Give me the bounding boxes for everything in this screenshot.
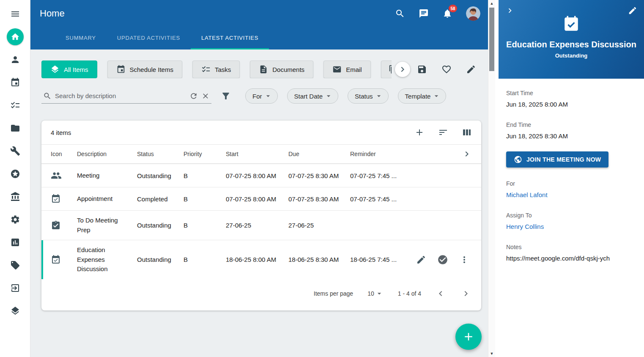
start-date-filter-dropdown[interactable]: Start Date — [287, 88, 339, 104]
tasks-label: Tasks — [215, 66, 231, 73]
toolbar: All Items Schedule Items Tasks Documents… — [41, 60, 481, 78]
favorite-button[interactable] — [441, 64, 452, 74]
scroll-down-arrow[interactable]: ▼ — [488, 350, 495, 357]
edit-view-button[interactable] — [466, 64, 476, 74]
documents-button[interactable]: Documents — [250, 60, 313, 78]
column-header-description[interactable]: Description — [77, 151, 137, 157]
home-icon — [7, 28, 24, 45]
save-view-button[interactable] — [417, 64, 427, 74]
chevron-down-icon — [324, 92, 333, 100]
search-button[interactable] — [395, 8, 405, 19]
cell-description: Appointment — [77, 194, 137, 204]
edit-record-button[interactable] — [628, 6, 637, 15]
sort-button[interactable] — [438, 127, 448, 137]
email-button[interactable]: Email — [323, 60, 371, 78]
sidebar-item-documents[interactable] — [5, 117, 25, 140]
previous-page-button[interactable] — [436, 288, 446, 299]
funnel-icon — [221, 91, 231, 101]
cell-start: 07-07-25 8:00 AM — [226, 172, 288, 179]
tasks-button[interactable]: Tasks — [192, 60, 240, 78]
filter-button[interactable] — [221, 91, 231, 101]
for-value-link[interactable]: Michael Lafont — [506, 191, 636, 198]
sidebar-item-tasks[interactable] — [5, 94, 25, 117]
column-header-priority[interactable]: Priority — [184, 151, 226, 157]
assign-to-label: Assign To — [506, 212, 636, 219]
toolbar-scroll-right-button[interactable] — [395, 62, 410, 77]
chevron-left-icon — [436, 288, 446, 299]
page-title: Home — [40, 8, 65, 19]
items-per-page-label: Items per page — [314, 290, 353, 297]
user-avatar[interactable] — [466, 6, 480, 21]
mark-complete-button[interactable] — [437, 254, 448, 265]
layers-icon — [10, 306, 20, 316]
table-row[interactable]: Appointment Completed B 07-07-25 8:00 AM… — [41, 187, 481, 210]
sidebar-item-logout[interactable] — [5, 277, 25, 299]
calendar-check-icon — [505, 15, 637, 33]
tab-updated-activities[interactable]: UPDATED ACTIVITIES — [107, 27, 191, 49]
cell-priority: B — [184, 256, 226, 263]
refresh-icon[interactable] — [189, 92, 198, 100]
collapse-panel-button[interactable] — [505, 6, 515, 15]
scroll-up-arrow[interactable]: ▲ — [488, 0, 495, 7]
chat-button[interactable] — [419, 8, 429, 19]
sidebar-item-home[interactable] — [5, 25, 25, 48]
items-per-page-select[interactable]: 10 — [367, 289, 384, 298]
gear-icon — [10, 214, 20, 225]
schedule-items-label: Schedule Items — [130, 66, 173, 73]
for-filter-dropdown[interactable]: For — [245, 88, 278, 104]
all-items-button[interactable]: All Items — [41, 60, 97, 78]
create-new-fab[interactable] — [455, 324, 482, 350]
pagination: Items per page 10 1 - 4 of 4 — [41, 279, 481, 310]
kebab-icon — [459, 255, 469, 265]
sidebar-item-settings[interactable] — [5, 208, 25, 231]
copy-items-button[interactable] — [381, 60, 392, 78]
edit-row-button[interactable] — [416, 255, 426, 265]
sidebar-item-contacts[interactable] — [5, 48, 25, 71]
sidebar-item-calendar[interactable] — [5, 71, 25, 94]
calendar-check-icon — [51, 255, 77, 265]
tab-summary[interactable]: SUMMARY — [55, 27, 107, 49]
sidebar-item-reports[interactable] — [5, 231, 25, 254]
search-input[interactable] — [55, 92, 186, 99]
cell-priority: B — [184, 172, 226, 179]
add-item-button[interactable] — [414, 127, 425, 137]
sidebar-item-accounts[interactable] — [5, 185, 25, 208]
chevron-right-icon — [461, 288, 471, 299]
table-row[interactable]: To Do Meeting Prep Outstanding B 27-06-2… — [41, 210, 481, 240]
table-row-selected[interactable]: Education Expenses Discussion Outstandin… — [41, 240, 481, 279]
assign-to-value-link[interactable]: Henry Collins — [506, 223, 636, 230]
vertical-scrollbar[interactable]: ▲ ▼ — [488, 0, 495, 357]
schedule-items-button[interactable]: Schedule Items — [107, 60, 182, 78]
column-header-reminder[interactable]: Reminder — [350, 151, 406, 157]
clear-search-icon[interactable] — [201, 92, 210, 100]
template-filter-dropdown[interactable]: Template — [398, 88, 447, 104]
sidebar-item-menu[interactable] — [5, 3, 25, 25]
tab-latest-activities[interactable]: LATEST ACTIVITIES — [191, 27, 269, 49]
content-area: All Items Schedule Items Tasks Documents… — [30, 49, 488, 357]
notifications-button[interactable]: 58 — [442, 8, 452, 19]
sidebar-item-featured[interactable] — [5, 162, 25, 185]
plus-icon — [462, 330, 475, 343]
scrollbar-thumb[interactable] — [489, 8, 494, 71]
row-actions — [416, 254, 472, 265]
column-header-start[interactable]: Start — [226, 151, 288, 157]
columns-button[interactable] — [462, 127, 472, 137]
sidebar-item-tools[interactable] — [5, 140, 25, 162]
start-time-label: Start Time — [506, 90, 636, 96]
next-page-button[interactable] — [461, 288, 471, 299]
join-meeting-button[interactable]: JOIN THE MEETING NOW — [506, 151, 608, 168]
column-header-due[interactable]: Due — [288, 151, 350, 157]
sidebar-item-tags[interactable] — [5, 254, 25, 277]
table-scroll-right-button[interactable] — [462, 149, 472, 159]
table-row[interactable]: Meeting Outstanding B 07-07-25 8:00 AM 0… — [41, 164, 481, 187]
notification-badge: 58 — [449, 5, 457, 12]
cell-priority: B — [184, 195, 226, 203]
column-header-icon[interactable]: Icon — [51, 151, 77, 157]
sidebar-item-modules[interactable] — [5, 299, 25, 322]
star-icon — [10, 169, 20, 179]
template-filter-label: Template — [405, 93, 431, 100]
column-header-status[interactable]: Status — [137, 151, 184, 157]
all-items-label: All Items — [64, 66, 88, 73]
status-filter-dropdown[interactable]: Status — [348, 88, 389, 104]
row-more-button[interactable] — [459, 255, 469, 265]
